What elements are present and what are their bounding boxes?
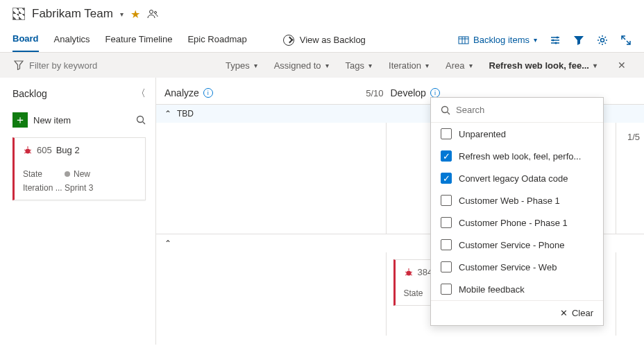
svg-line-18 bbox=[30, 150, 31, 150]
swimlane-label: TBD bbox=[177, 109, 194, 119]
svg-point-0 bbox=[149, 10, 153, 14]
filter-icon[interactable] bbox=[573, 35, 584, 46]
bug-icon bbox=[23, 146, 33, 155]
new-item-button[interactable]: ＋ bbox=[12, 112, 28, 128]
svg-line-26 bbox=[411, 275, 412, 275]
svg-point-15 bbox=[26, 148, 31, 153]
svg-point-10 bbox=[552, 39, 554, 41]
filter-tags[interactable]: Tags▾ bbox=[346, 60, 372, 71]
view-as-backlog-label: View as Backlog bbox=[300, 35, 366, 45]
team-icon bbox=[12, 8, 25, 20]
dropdown-item-mobile-feedback[interactable]: Mobile feedback bbox=[431, 278, 603, 300]
tab-actions: Backlog items ▾ bbox=[458, 35, 632, 46]
filter-keyword[interactable] bbox=[14, 60, 146, 71]
sliders-icon[interactable] bbox=[550, 35, 561, 46]
view-as-backlog[interactable]: View as Backlog bbox=[283, 35, 366, 46]
swim-cell-analyze-2[interactable] bbox=[156, 252, 387, 336]
page-header: Fabrikam Team ▾ ★ bbox=[0, 0, 644, 28]
chevron-down-icon: ⌃ bbox=[164, 239, 171, 248]
svg-line-24 bbox=[411, 272, 412, 272]
svg-point-9 bbox=[557, 36, 559, 38]
swim-cell-analyze[interactable] bbox=[156, 123, 387, 234]
svg-point-1 bbox=[154, 12, 156, 14]
checkbox-icon[interactable] bbox=[441, 195, 452, 206]
svg-rect-2 bbox=[459, 37, 468, 44]
chevron-down-icon[interactable]: ▾ bbox=[120, 10, 124, 18]
tab-bar: Board Analytics Feature Timeline Epic Ro… bbox=[0, 28, 644, 53]
chevron-down-icon: ▾ bbox=[534, 36, 537, 44]
svg-point-12 bbox=[601, 38, 604, 42]
chevron-down-icon: ▾ bbox=[593, 62, 597, 69]
dropdown-item-customer-phone[interactable]: Customer Phone - Phase 1 bbox=[431, 211, 603, 234]
swim-cell-right-2[interactable] bbox=[616, 252, 644, 336]
checkbox-checked-icon[interactable]: ✓ bbox=[441, 150, 452, 162]
filter-types[interactable]: Types▾ bbox=[226, 60, 257, 71]
filter-area[interactable]: Area▾ bbox=[446, 60, 472, 71]
checkbox-icon[interactable] bbox=[441, 284, 452, 295]
backlog-items-label: Backlog items bbox=[473, 35, 529, 45]
dropdown-item-convert[interactable]: ✓Convert legacy Odata code bbox=[431, 167, 603, 189]
search-icon[interactable] bbox=[136, 115, 146, 125]
tab-analytics[interactable]: Analytics bbox=[54, 28, 90, 51]
chevron-down-icon: ▾ bbox=[325, 62, 329, 69]
dropdown-item-customer-web[interactable]: Customer Web - Phase 1 bbox=[431, 189, 603, 211]
dropdown-item-service-phone[interactable]: Customer Service - Phone bbox=[431, 234, 603, 256]
tab-epic-roadmap[interactable]: Epic Roadmap bbox=[187, 28, 246, 51]
collapse-sidebar-button[interactable]: 〈 bbox=[136, 87, 146, 100]
checkbox-icon[interactable] bbox=[441, 217, 452, 228]
new-item-label[interactable]: New item bbox=[33, 115, 130, 125]
parent-filter-dropdown: Unparented ✓Refresh web look, feel, perf… bbox=[430, 97, 604, 326]
svg-line-19 bbox=[24, 153, 26, 153]
iteration-value: Sprint 3 bbox=[65, 183, 137, 193]
dropdown-list[interactable]: Unparented ✓Refresh web look, feel, perf… bbox=[431, 123, 603, 300]
wip-analyze: 5/10 bbox=[366, 88, 383, 98]
dropdown-search-input[interactable] bbox=[456, 105, 593, 115]
checkbox-icon[interactable] bbox=[441, 239, 452, 250]
chevron-down-icon: ▾ bbox=[469, 62, 473, 69]
dropdown-item-refresh[interactable]: ✓Refresh web look, feel, perfo... bbox=[431, 145, 603, 167]
sidebar: Backlog 〈 ＋ New item 605 Bug 2 State New… bbox=[0, 78, 156, 345]
filter-iteration[interactable]: Iteration▾ bbox=[389, 60, 429, 71]
state-value: New bbox=[65, 169, 137, 179]
gear-icon[interactable] bbox=[597, 35, 608, 46]
expand-icon[interactable] bbox=[620, 35, 632, 46]
dropdown-item-unparented[interactable]: Unparented bbox=[431, 123, 603, 145]
chevron-down-icon: ⌃ bbox=[164, 109, 171, 119]
card-id: 605 bbox=[37, 145, 52, 155]
iteration-label: Iteration ... bbox=[23, 183, 65, 193]
team-name[interactable]: Fabrikam Team bbox=[32, 7, 113, 21]
backlog-card[interactable]: 605 Bug 2 State New Iteration ... Sprint… bbox=[12, 137, 146, 200]
filter-keyword-input[interactable] bbox=[29, 60, 126, 71]
backlog-items-dropdown[interactable]: Backlog items ▾ bbox=[458, 35, 537, 46]
filter-parent[interactable]: Refresh web look, fee...▾ bbox=[489, 60, 598, 71]
dropdown-search[interactable] bbox=[431, 98, 603, 123]
tab-board[interactable]: Board bbox=[12, 28, 39, 52]
star-icon[interactable]: ★ bbox=[130, 8, 140, 21]
close-filter-button[interactable]: ✕ bbox=[613, 60, 630, 71]
arrow-circle-icon bbox=[283, 35, 294, 46]
people-icon[interactable] bbox=[147, 8, 158, 19]
svg-point-13 bbox=[137, 116, 144, 123]
svg-line-14 bbox=[143, 122, 146, 125]
svg-line-17 bbox=[24, 150, 26, 150]
search-icon bbox=[441, 105, 450, 115]
dropdown-item-service-web[interactable]: Customer Service - Web bbox=[431, 256, 603, 278]
svg-line-23 bbox=[405, 272, 407, 272]
checkbox-icon[interactable] bbox=[441, 128, 452, 139]
checkbox-icon[interactable] bbox=[441, 261, 452, 272]
clear-label: Clear bbox=[572, 308, 593, 318]
column-analyze[interactable]: Analyzei5/10 bbox=[164, 87, 384, 98]
svg-point-21 bbox=[406, 270, 411, 275]
info-icon[interactable]: i bbox=[430, 88, 440, 98]
bug-icon bbox=[404, 268, 414, 277]
filter-assigned-to[interactable]: Assigned to▾ bbox=[274, 60, 329, 71]
dropdown-clear-button[interactable]: ✕ Clear bbox=[431, 300, 603, 325]
column-right-wip: 1/5 bbox=[627, 132, 640, 142]
tab-feature-timeline[interactable]: Feature Timeline bbox=[105, 28, 173, 51]
chevron-down-icon: ▾ bbox=[254, 62, 257, 69]
checkbox-checked-icon[interactable]: ✓ bbox=[441, 173, 452, 184]
svg-point-27 bbox=[442, 106, 448, 112]
info-icon[interactable]: i bbox=[203, 88, 213, 98]
svg-point-11 bbox=[555, 42, 557, 44]
filter-bar: Types▾ Assigned to▾ Tags▾ Iteration▾ Are… bbox=[0, 53, 644, 78]
